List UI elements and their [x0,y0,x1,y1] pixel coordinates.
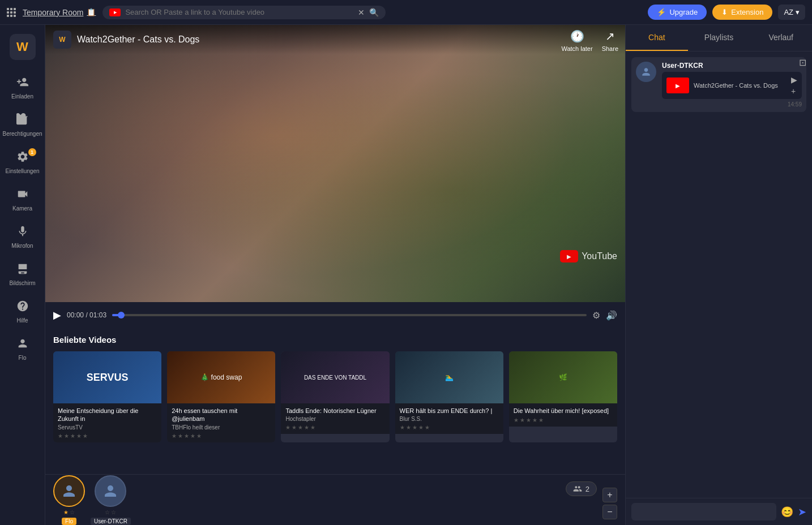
screen-icon [16,262,29,278]
sidebar-label-camera: Kamera [12,205,32,212]
avatar-guest[interactable] [95,475,126,507]
watch-later-label: Watch later [561,45,592,52]
chat-msg-content: Watch2Gether - Cats vs. Dogs ▶ + [662,72,802,99]
video-info-3: Taddls Ende: Notorischer Lügner Hochstap… [281,403,389,434]
volume-button[interactable]: 🔊 [606,310,617,321]
chat-input[interactable] [631,503,776,520]
tab-playlists[interactable]: Playlists [688,25,750,51]
video-card-2[interactable]: 🎄 food swap 24h essen tauschen mit @juli… [167,351,275,442]
search-input[interactable] [125,8,353,16]
camera-icon [16,188,29,203]
sidebar-label-settings: Einstellungen [5,168,39,174]
stars-2: ★★★★★ [172,433,271,439]
extension-icon: ⬇ [721,8,728,16]
sidebar-item-camera[interactable]: Kamera [3,183,42,216]
app-logo: W [10,34,36,60]
chat-play-button[interactable]: ▶ [791,75,797,84]
avatar-flo[interactable] [53,475,85,507]
expand-icon[interactable]: ⊡ [799,57,806,68]
emoji-button[interactable]: 😊 [781,506,793,518]
upgrade-icon: ⚡ [657,8,666,16]
search-bar: ✕ 🔍 [102,6,386,19]
sidebar-label-permissions: Berechtigungen [2,131,42,137]
sidebar-item-mic[interactable]: Mikrofon [3,221,42,253]
sidebar-label-invite: Einladen [11,93,33,100]
video-thumb-1: SERVUS [53,351,161,403]
youtube-watermark: YouTube [560,250,617,262]
sidebar-label-user: Flo [19,355,27,361]
settings-badge: 1 [28,148,36,156]
popular-videos-title: Beliebte Videos [53,335,617,345]
chat-messages: User-DTKCR Watch2Gether - Cats vs. Dogs … [626,51,812,122]
tab-verlauf[interactable]: Verlauf [750,25,812,51]
chat-video-actions: ▶ + [791,75,797,96]
search-submit-button[interactable]: 🔍 [369,8,379,17]
permissions-icon [16,113,29,128]
extension-button[interactable]: ⬇ Extension [712,5,772,20]
upgrade-button[interactable]: ⚡ Upgrade [648,5,707,20]
send-button[interactable]: ➤ [798,506,806,518]
video-card-title-5: Die Wahrheit über mich! [exposed] [514,407,613,415]
youtube-text: YouTube [582,251,617,261]
video-thumb-2: 🎄 food swap [167,351,275,403]
progress-fill [112,314,122,316]
video-card-channel-1: ServusTV [58,424,157,431]
video-card-1[interactable]: SERVUS Meine Entscheidung über die Zukun… [53,351,161,442]
video-settings-button[interactable]: ⚙ [592,310,600,321]
zoom-out-button[interactable]: − [602,505,617,519]
sidebar-label-screen: Bildschirm [9,280,35,286]
chat-msg-body: User-DTKCR Watch2Gether - Cats vs. Dogs … [662,62,802,107]
apps-icon[interactable] [7,8,16,17]
right-panel: Chat Playlists Verlauf ⊡ User-DTKCR Watc… [625,25,812,525]
video-card-channel-3: Hochstapler [285,416,384,422]
chat-add-button[interactable]: + [791,87,797,96]
video-grid: SERVUS Meine Entscheidung über die Zukun… [53,351,617,442]
video-thumb-3: DAS ENDE VON TADDL [281,351,389,403]
video-thumb-5: 🌿 [509,351,617,403]
user-count-badge: 2 [566,481,597,496]
video-card-4[interactable]: 🏊‍♂️ WER hält bis zum ENDE durch? | Blur… [395,351,503,442]
language-button[interactable]: AZ ▾ [778,5,805,20]
play-button[interactable]: ▶ [53,309,61,321]
video-info-1: Meine Entscheidung über die Zukunft in S… [53,403,161,442]
user-flo-container: ★ ☆ Flo [53,475,85,525]
chat-video-title: Watch2Gether - Cats vs. Dogs [694,82,787,89]
video-card-5[interactable]: 🌿 Die Wahrheit über mich! [exposed] ★★★★… [509,351,617,442]
share-label: Share [602,45,618,52]
chat-msg-username: User-DTKCR [662,62,802,70]
sidebar-item-help[interactable]: Hilfe [3,295,42,328]
chat-avatar-guest [636,62,656,82]
invite-icon [16,76,29,91]
user-flo-stars: ★ ☆ [63,509,75,515]
users-bar: ★ ☆ Flo ☆ ☆ User-DTKCR 2 + [45,474,625,525]
copy-icon[interactable]: 📋 [87,8,96,16]
video-container: W Watch2Gether - Cats vs. Dogs 🕐 Watch l… [45,25,625,328]
sidebar-item-invite[interactable]: Einladen [3,71,42,104]
tab-chat[interactable]: Chat [626,25,688,51]
zoom-in-button[interactable]: + [602,488,617,502]
video-controls: ▶ 00:00 / 01:03 ⚙ 🔊 [45,302,625,328]
w2g-logo-small: W [53,31,71,49]
video-card-3[interactable]: DAS ENDE VON TADDL Taddls Ende: Notorisc… [281,351,389,442]
sidebar-item-permissions[interactable]: Berechtigungen [3,109,42,141]
progress-dot [118,312,125,319]
sidebar-item-user[interactable]: Flo [3,333,42,365]
logo-text: W [16,40,28,54]
video-frame[interactable]: W Watch2Gether - Cats vs. Dogs 🕐 Watch l… [45,25,625,302]
settings-icon [16,150,29,166]
panel-tabs: Chat Playlists Verlauf [626,25,812,51]
topbar: Temporary Room 📋 ✕ 🔍 ⚡ Upgrade ⬇ Extensi… [0,0,812,25]
sidebar-label-help: Hilfe [16,317,28,324]
search-clear-button[interactable]: ✕ [358,8,365,17]
video-info-4: WER hält bis zum ENDE durch? | Blur S.S.… [395,403,503,434]
sidebar-item-screen[interactable]: Bildschirm [3,258,42,291]
chat-video-thumb [666,78,689,93]
video-title: Watch2Gether - Cats vs. Dogs [77,35,199,45]
sidebar-item-settings[interactable]: 1 Einstellungen [3,146,42,179]
video-overlay-top: W Watch2Gether - Cats vs. Dogs [45,25,625,54]
share-button[interactable]: ↗ Share [602,29,618,52]
room-name[interactable]: Temporary Room 📋 [23,8,96,17]
watch-later-button[interactable]: 🕐 Watch later [561,29,592,52]
progress-bar[interactable] [112,314,587,316]
chat-msg-time: 14:59 [662,101,802,107]
